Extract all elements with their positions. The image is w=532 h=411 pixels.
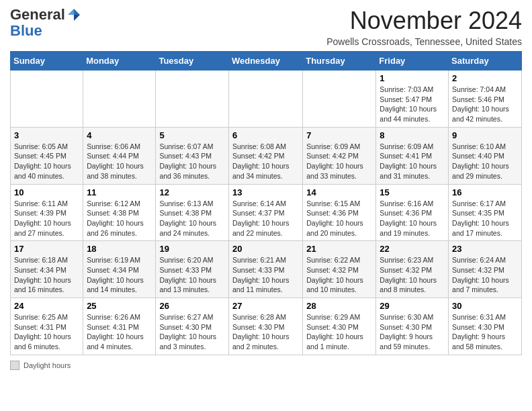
calendar-cell: 27Sunrise: 6:28 AMSunset: 4:30 PMDayligh… [228,298,302,355]
calendar-week-row: 10Sunrise: 6:11 AMSunset: 4:39 PMDayligh… [11,184,522,241]
day-number: 8 [380,130,445,140]
day-number: 30 [452,301,518,311]
calendar-cell: 30Sunrise: 6:31 AMSunset: 4:30 PMDayligh… [449,298,522,355]
calendar-cell: 4Sunrise: 6:06 AMSunset: 4:44 PMDaylight… [83,127,156,184]
day-info: Sunrise: 6:17 AMSunset: 4:35 PMDaylight:… [452,199,518,238]
month-title: November 2024 [326,7,522,35]
calendar-cell: 5Sunrise: 6:07 AMSunset: 4:43 PMDaylight… [156,127,229,184]
day-number: 17 [14,244,79,254]
calendar-cell [228,71,302,128]
day-number: 13 [232,187,299,197]
day-number: 3 [14,130,79,140]
weekday-header: Thursday [303,52,376,71]
day-info: Sunrise: 6:29 AMSunset: 4:30 PMDaylight:… [306,312,372,352]
calendar-cell: 22Sunrise: 6:23 AMSunset: 4:32 PMDayligh… [376,241,449,298]
day-number: 9 [452,130,518,140]
day-info: Sunrise: 6:27 AMSunset: 4:30 PMDaylight:… [159,312,225,352]
day-number: 23 [452,244,518,254]
calendar-cell: 17Sunrise: 6:18 AMSunset: 4:34 PMDayligh… [11,241,83,298]
daylight-label: Daylight hours [24,361,71,369]
title-block: November 2024 Powells Crossroads, Tennes… [326,7,522,47]
day-number: 1 [380,73,445,83]
day-number: 6 [232,130,299,140]
day-info: Sunrise: 6:25 AMSunset: 4:31 PMDaylight:… [14,312,79,352]
calendar-cell: 19Sunrise: 6:20 AMSunset: 4:33 PMDayligh… [156,241,229,298]
day-info: Sunrise: 6:20 AMSunset: 4:33 PMDaylight:… [159,255,225,295]
calendar-cell: 10Sunrise: 6:11 AMSunset: 4:39 PMDayligh… [11,184,83,241]
calendar-week-row: 24Sunrise: 6:25 AMSunset: 4:31 PMDayligh… [11,298,522,355]
day-info: Sunrise: 6:06 AMSunset: 4:44 PMDaylight:… [87,142,152,181]
day-number: 25 [87,301,152,311]
day-info: Sunrise: 6:10 AMSunset: 4:40 PMDaylight:… [452,142,518,181]
calendar-cell: 24Sunrise: 6:25 AMSunset: 4:31 PMDayligh… [11,298,83,355]
calendar-week-row: 17Sunrise: 6:18 AMSunset: 4:34 PMDayligh… [11,241,522,298]
daylight-box [10,361,19,370]
svg-marker-2 [68,9,74,15]
day-info: Sunrise: 6:11 AMSunset: 4:39 PMDaylight:… [14,199,79,238]
day-info: Sunrise: 6:21 AMSunset: 4:33 PMDaylight:… [232,255,299,295]
calendar-cell: 2Sunrise: 7:04 AMSunset: 5:46 PMDaylight… [449,71,522,128]
calendar-cell: 28Sunrise: 6:29 AMSunset: 4:30 PMDayligh… [303,298,376,355]
day-number: 21 [306,244,372,254]
svg-marker-1 [74,15,80,21]
day-info: Sunrise: 6:22 AMSunset: 4:32 PMDaylight:… [306,255,372,295]
day-number: 22 [380,244,445,254]
calendar-cell [83,71,156,128]
day-number: 5 [159,130,225,140]
weekday-header: Tuesday [156,52,229,71]
day-number: 14 [306,187,372,197]
day-number: 27 [232,301,299,311]
calendar-header-row: SundayMondayTuesdayWednesdayThursdayFrid… [11,52,522,71]
day-number: 20 [232,244,299,254]
calendar-cell: 12Sunrise: 6:13 AMSunset: 4:38 PMDayligh… [156,184,229,241]
day-info: Sunrise: 6:16 AMSunset: 4:36 PMDaylight:… [380,199,445,238]
day-number: 18 [87,244,152,254]
day-info: Sunrise: 6:28 AMSunset: 4:30 PMDaylight:… [232,312,299,352]
logo: General Blue [10,7,81,39]
calendar-cell [303,71,376,128]
day-info: Sunrise: 6:26 AMSunset: 4:31 PMDaylight:… [87,312,152,352]
calendar-cell: 26Sunrise: 6:27 AMSunset: 4:30 PMDayligh… [156,298,229,355]
day-number: 29 [380,301,445,311]
location-title: Powells Crossroads, Tennessee, United St… [326,36,522,47]
svg-marker-0 [74,9,80,15]
weekday-header: Sunday [11,52,83,71]
day-info: Sunrise: 6:19 AMSunset: 4:34 PMDaylight:… [87,255,152,295]
day-info: Sunrise: 6:23 AMSunset: 4:32 PMDaylight:… [380,255,445,295]
day-info: Sunrise: 6:08 AMSunset: 4:42 PMDaylight:… [232,142,299,181]
calendar-cell: 1Sunrise: 7:03 AMSunset: 5:47 PMDaylight… [376,71,449,128]
day-info: Sunrise: 6:24 AMSunset: 4:32 PMDaylight:… [452,255,518,295]
weekday-header: Monday [83,52,156,71]
day-info: Sunrise: 6:07 AMSunset: 4:43 PMDaylight:… [159,142,225,181]
day-number: 10 [14,187,79,197]
day-info: Sunrise: 7:04 AMSunset: 5:46 PMDaylight:… [452,85,518,124]
calendar-cell [11,71,83,128]
day-info: Sunrise: 6:18 AMSunset: 4:34 PMDaylight:… [14,255,79,295]
calendar-cell: 3Sunrise: 6:05 AMSunset: 4:45 PMDaylight… [11,127,83,184]
calendar-cell: 11Sunrise: 6:12 AMSunset: 4:38 PMDayligh… [83,184,156,241]
weekday-header: Wednesday [228,52,302,71]
day-number: 24 [14,301,79,311]
day-info: Sunrise: 6:15 AMSunset: 4:36 PMDaylight:… [306,199,372,238]
calendar-table: SundayMondayTuesdayWednesdayThursdayFrid… [10,51,522,355]
calendar-cell: 15Sunrise: 6:16 AMSunset: 4:36 PMDayligh… [376,184,449,241]
calendar-cell: 23Sunrise: 6:24 AMSunset: 4:32 PMDayligh… [449,241,522,298]
calendar-cell: 8Sunrise: 6:09 AMSunset: 4:41 PMDaylight… [376,127,449,184]
day-number: 7 [306,130,372,140]
calendar-cell: 7Sunrise: 6:09 AMSunset: 4:42 PMDaylight… [303,127,376,184]
calendar-cell: 9Sunrise: 6:10 AMSunset: 4:40 PMDaylight… [449,127,522,184]
calendar-cell: 14Sunrise: 6:15 AMSunset: 4:36 PMDayligh… [303,184,376,241]
day-info: Sunrise: 6:09 AMSunset: 4:42 PMDaylight:… [306,142,372,181]
calendar-cell [156,71,229,128]
logo-blue: Blue [10,23,42,39]
calendar-cell: 20Sunrise: 6:21 AMSunset: 4:33 PMDayligh… [228,241,302,298]
day-number: 19 [159,244,225,254]
day-info: Sunrise: 6:13 AMSunset: 4:38 PMDaylight:… [159,199,225,238]
day-info: Sunrise: 6:30 AMSunset: 4:30 PMDaylight:… [380,312,445,352]
weekday-header: Friday [376,52,449,71]
calendar-week-row: 1Sunrise: 7:03 AMSunset: 5:47 PMDaylight… [11,71,522,128]
logo-general: General [10,7,65,23]
calendar-cell: 16Sunrise: 6:17 AMSunset: 4:35 PMDayligh… [449,184,522,241]
calendar-week-row: 3Sunrise: 6:05 AMSunset: 4:45 PMDaylight… [11,127,522,184]
day-number: 16 [452,187,518,197]
